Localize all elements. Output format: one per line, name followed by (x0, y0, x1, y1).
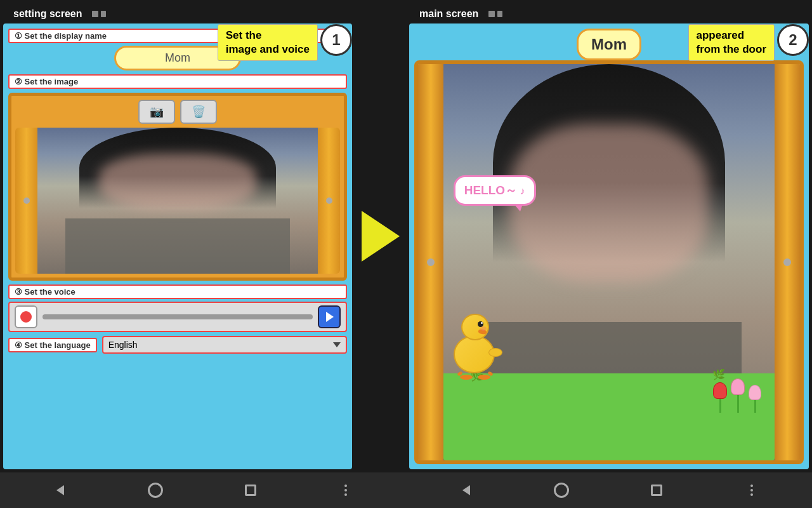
door-handle-right (326, 197, 332, 204)
recents-sq-icon-right (651, 485, 662, 496)
left-status-icons (92, 11, 106, 17)
status-icon-1 (92, 11, 98, 17)
record-dot-icon (20, 311, 32, 323)
main-face-pixel (509, 124, 708, 283)
face-pixel-overlay (99, 154, 256, 209)
recents-sq-icon-left (245, 485, 256, 496)
tulip-pink2-stem (754, 400, 756, 413)
door-photo-row (15, 128, 340, 274)
section2-label: ② Set the image (8, 74, 347, 89)
door-handle-left (23, 197, 30, 204)
menu-button-left[interactable] (336, 480, 356, 500)
menu-dots-icon-right (750, 485, 753, 496)
left-screen-title: setting screen (8, 6, 87, 22)
voice-section: ③ Set the voice (8, 284, 347, 332)
status-icon-4 (497, 11, 502, 17)
chick-character (454, 335, 495, 373)
toe-1 (457, 371, 462, 376)
tulip-red-stem (719, 399, 721, 413)
back-button-right[interactable] (456, 480, 476, 500)
language-section: ④ Set the language English (8, 336, 347, 354)
back-button-left[interactable] (50, 480, 70, 500)
menu-dot-1 (344, 485, 347, 487)
body-overlay (65, 218, 290, 274)
foot-right (478, 375, 490, 380)
language-value: English (108, 340, 138, 350)
section4-label: ④ Set the language (8, 338, 97, 352)
tulip-pink2-head (749, 385, 761, 400)
foot-left (460, 375, 473, 380)
voice-controls-row (8, 302, 347, 332)
delete-button[interactable]: 🗑️ (180, 100, 217, 124)
status-icon-3 (488, 11, 495, 17)
main-door-knob-right (783, 258, 791, 266)
home-button-left[interactable] (145, 480, 166, 500)
hello-text: HELLO～ (464, 184, 517, 197)
chick-cheek (480, 326, 487, 331)
main-door-left (418, 64, 443, 460)
right-nav-half (406, 472, 812, 508)
main-name-bubble: Mom (577, 29, 641, 60)
right-status-icons (488, 11, 502, 17)
main-content-area: Mom HELLO～ ♪ (409, 23, 809, 469)
home-circle-icon-left (148, 483, 163, 498)
main-photo-area: HELLO～ ♪ (443, 64, 775, 460)
tulip-pink-stem (737, 395, 739, 413)
tulip-pink (731, 378, 745, 413)
main-door-knob-left (427, 258, 435, 266)
main-door-frame: HELLO～ ♪ (414, 60, 804, 464)
transition-arrow (355, 0, 406, 472)
flowers-container (713, 378, 761, 413)
menu-button-right[interactable] (742, 480, 762, 500)
callout-1-number: 1 (320, 24, 352, 56)
menu-dot-6 (750, 493, 753, 496)
image-section: ② Set the image 📷 🗑️ (8, 74, 347, 281)
chick-head (461, 314, 489, 340)
callout-2-wrapper: appeared from the door 2 (688, 24, 809, 61)
menu-dot-4 (750, 485, 753, 487)
hello-bubble-container: HELLO～ ♪ (454, 175, 536, 206)
camera-button[interactable]: 📷 (138, 100, 175, 124)
image-door-frame: 📷 🗑️ (8, 93, 347, 281)
menu-dot-3 (344, 493, 347, 496)
menu-dot-2 (344, 489, 347, 491)
chick-body (454, 335, 495, 373)
section3-label: ③ Set the voice (8, 284, 347, 299)
home-circle-icon-right (554, 483, 569, 498)
menu-dot-5 (750, 489, 753, 491)
chick-wing (488, 348, 502, 357)
person-photo (37, 128, 318, 274)
status-icon-2 (101, 11, 106, 17)
back-arrow-icon-left (56, 485, 64, 495)
callout-1-wrapper: Set the image and voice 1 (218, 24, 352, 61)
dropdown-arrow-icon (333, 342, 341, 347)
menu-dots-icon-left (344, 485, 347, 496)
left-nav-half (0, 472, 406, 508)
home-button-right[interactable] (551, 480, 572, 500)
tulip-red (713, 382, 727, 413)
recents-button-left[interactable] (240, 480, 261, 500)
tulip-pink-head (731, 378, 745, 395)
language-dropdown[interactable]: English (102, 336, 347, 354)
recents-button-right[interactable] (646, 480, 667, 500)
voice-progress-bar (43, 314, 313, 319)
hello-speech-bubble: HELLO～ ♪ (454, 175, 536, 206)
big-arrow-icon (362, 211, 400, 262)
toe-2 (487, 371, 493, 376)
bottom-navigation (0, 472, 812, 508)
door-side-right (318, 128, 340, 274)
music-note: ♪ (520, 185, 525, 196)
main-door-right (775, 64, 800, 460)
callout-1-text: Set the image and voice (218, 24, 318, 61)
chick-eye-shine (481, 322, 483, 324)
record-button[interactable] (15, 305, 37, 328)
setting-content-area: ① Set the display name Mom ② Set the ima… (3, 23, 352, 469)
right-screen-title: main screen (414, 6, 483, 22)
play-button[interactable] (318, 305, 341, 328)
chick-feet (460, 375, 490, 380)
tulip-red-head (713, 382, 727, 399)
callout-2-number: 2 (777, 24, 809, 56)
bubble-tail (514, 204, 523, 211)
image-buttons-row: 📷 🗑️ (138, 100, 217, 124)
back-arrow-icon-right (462, 485, 470, 495)
